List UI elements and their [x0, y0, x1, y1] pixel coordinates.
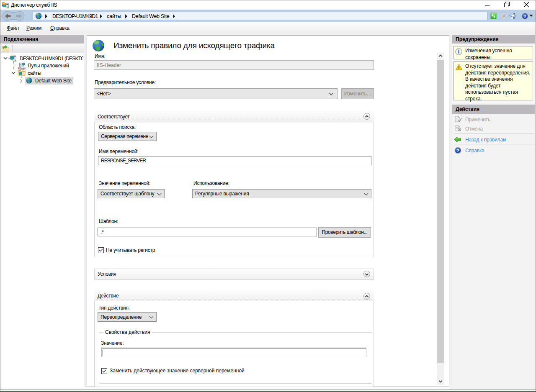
- svg-text:?: ?: [456, 148, 459, 153]
- svg-text:?: ?: [523, 14, 526, 19]
